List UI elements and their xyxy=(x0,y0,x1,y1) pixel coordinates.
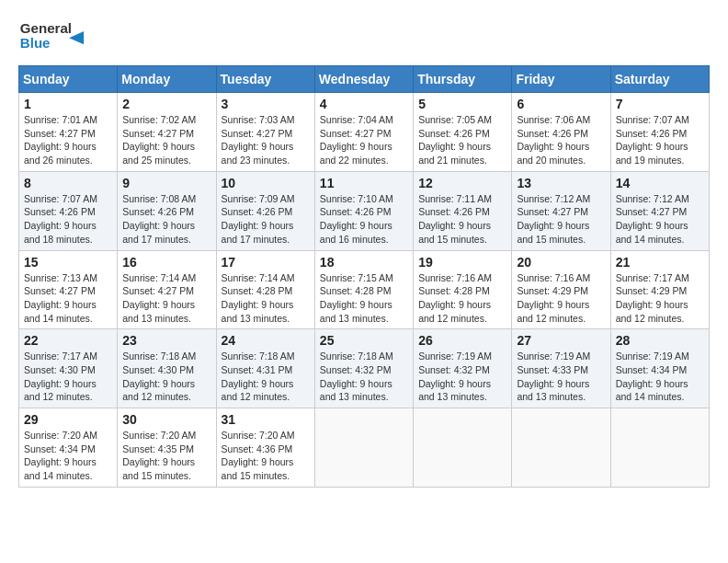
calendar-cell: 28 Sunrise: 7:19 AM Sunset: 4:34 PM Dayl… xyxy=(610,329,709,408)
calendar-cell: 31 Sunrise: 7:20 AM Sunset: 4:36 PM Dayl… xyxy=(216,408,314,488)
calendar-week-3: 15 Sunrise: 7:13 AM Sunset: 4:27 PM Dayl… xyxy=(19,250,710,329)
day-info: Sunrise: 7:02 AM Sunset: 4:27 PM Dayligh… xyxy=(122,114,196,166)
day-number: 28 xyxy=(616,333,704,348)
day-info: Sunrise: 7:04 AM Sunset: 4:27 PM Dayligh… xyxy=(320,114,393,166)
calendar-cell: 25 Sunrise: 7:18 AM Sunset: 4:32 PM Dayl… xyxy=(314,329,413,408)
calendar-cell: 16 Sunrise: 7:14 AM Sunset: 4:27 PM Dayl… xyxy=(118,250,216,329)
day-number: 1 xyxy=(24,97,112,111)
calendar-cell: 10 Sunrise: 7:09 AM Sunset: 4:26 PM Dayl… xyxy=(216,171,314,250)
weekday-header-sunday: Sunday xyxy=(19,66,118,93)
calendar-cell: 17 Sunrise: 7:14 AM Sunset: 4:28 PM Dayl… xyxy=(216,250,314,329)
day-number: 30 xyxy=(122,412,210,427)
day-info: Sunrise: 7:07 AM Sunset: 4:26 PM Dayligh… xyxy=(24,193,97,245)
calendar-cell: 18 Sunrise: 7:15 AM Sunset: 4:28 PM Dayl… xyxy=(314,250,413,329)
calendar-cell: 29 Sunrise: 7:20 AM Sunset: 4:34 PM Dayl… xyxy=(19,408,118,488)
day-number: 24 xyxy=(222,333,310,348)
svg-text:General: General xyxy=(20,20,72,36)
weekday-header-wednesday: Wednesday xyxy=(314,66,413,93)
calendar-cell: 27 Sunrise: 7:19 AM Sunset: 4:33 PM Dayl… xyxy=(512,329,610,408)
calendar-cell xyxy=(512,408,610,488)
day-number: 2 xyxy=(122,97,210,111)
day-number: 26 xyxy=(418,333,506,348)
calendar-cell: 2 Sunrise: 7:02 AM Sunset: 4:27 PM Dayli… xyxy=(118,93,216,172)
day-info: Sunrise: 7:20 AM Sunset: 4:34 PM Dayligh… xyxy=(24,430,97,481)
day-number: 23 xyxy=(122,333,210,348)
weekday-header-thursday: Thursday xyxy=(414,66,512,93)
day-number: 27 xyxy=(517,333,605,348)
day-info: Sunrise: 7:16 AM Sunset: 4:29 PM Dayligh… xyxy=(517,272,590,324)
day-info: Sunrise: 7:12 AM Sunset: 4:27 PM Dayligh… xyxy=(517,193,590,245)
calendar-table: SundayMondayTuesdayWednesdayThursdayFrid… xyxy=(18,65,710,488)
day-number: 4 xyxy=(320,97,408,111)
day-number: 13 xyxy=(517,176,605,190)
day-number: 16 xyxy=(122,255,210,270)
calendar-cell: 3 Sunrise: 7:03 AM Sunset: 4:27 PM Dayli… xyxy=(216,93,314,172)
day-number: 5 xyxy=(418,97,506,111)
calendar-cell: 5 Sunrise: 7:05 AM Sunset: 4:26 PM Dayli… xyxy=(414,93,512,172)
logo: General Blue xyxy=(18,15,92,56)
day-number: 17 xyxy=(222,255,310,270)
calendar-cell: 22 Sunrise: 7:17 AM Sunset: 4:30 PM Dayl… xyxy=(19,329,118,408)
day-number: 29 xyxy=(24,412,112,427)
day-number: 12 xyxy=(418,176,506,190)
calendar-cell: 23 Sunrise: 7:18 AM Sunset: 4:30 PM Dayl… xyxy=(118,329,216,408)
calendar-cell: 26 Sunrise: 7:19 AM Sunset: 4:32 PM Dayl… xyxy=(414,329,512,408)
calendar-cell: 4 Sunrise: 7:04 AM Sunset: 4:27 PM Dayli… xyxy=(314,93,413,172)
calendar-cell: 20 Sunrise: 7:16 AM Sunset: 4:29 PM Dayl… xyxy=(512,250,610,329)
day-number: 25 xyxy=(320,333,408,348)
day-info: Sunrise: 7:18 AM Sunset: 4:31 PM Dayligh… xyxy=(222,350,295,402)
calendar-cell xyxy=(314,408,413,488)
calendar-cell: 19 Sunrise: 7:16 AM Sunset: 4:28 PM Dayl… xyxy=(414,250,512,329)
calendar-cell: 7 Sunrise: 7:07 AM Sunset: 4:26 PM Dayli… xyxy=(610,93,709,172)
day-info: Sunrise: 7:07 AM Sunset: 4:26 PM Dayligh… xyxy=(616,114,689,166)
day-number: 7 xyxy=(616,97,704,111)
weekday-header-friday: Friday xyxy=(512,66,610,93)
day-info: Sunrise: 7:14 AM Sunset: 4:27 PM Dayligh… xyxy=(122,272,196,324)
day-number: 11 xyxy=(320,176,408,190)
day-number: 20 xyxy=(517,255,605,270)
day-number: 8 xyxy=(24,176,112,190)
calendar-cell: 14 Sunrise: 7:12 AM Sunset: 4:27 PM Dayl… xyxy=(610,171,709,250)
weekday-header-tuesday: Tuesday xyxy=(216,66,314,93)
svg-text:Blue: Blue xyxy=(20,35,51,51)
day-info: Sunrise: 7:19 AM Sunset: 4:33 PM Dayligh… xyxy=(517,350,590,402)
calendar-cell xyxy=(610,408,709,488)
day-info: Sunrise: 7:06 AM Sunset: 4:26 PM Dayligh… xyxy=(517,114,590,166)
day-number: 21 xyxy=(616,255,704,270)
day-info: Sunrise: 7:15 AM Sunset: 4:28 PM Dayligh… xyxy=(320,272,393,324)
day-number: 18 xyxy=(320,255,408,270)
day-number: 14 xyxy=(616,176,704,190)
day-info: Sunrise: 7:19 AM Sunset: 4:32 PM Dayligh… xyxy=(418,350,492,402)
day-number: 31 xyxy=(222,412,310,427)
day-info: Sunrise: 7:05 AM Sunset: 4:26 PM Dayligh… xyxy=(418,114,492,166)
calendar-cell: 1 Sunrise: 7:01 AM Sunset: 4:27 PM Dayli… xyxy=(19,93,118,172)
day-info: Sunrise: 7:01 AM Sunset: 4:27 PM Dayligh… xyxy=(24,114,97,166)
calendar-cell: 13 Sunrise: 7:12 AM Sunset: 4:27 PM Dayl… xyxy=(512,171,610,250)
day-info: Sunrise: 7:18 AM Sunset: 4:32 PM Dayligh… xyxy=(320,350,393,402)
calendar-cell: 6 Sunrise: 7:06 AM Sunset: 4:26 PM Dayli… xyxy=(512,93,610,172)
calendar-week-2: 8 Sunrise: 7:07 AM Sunset: 4:26 PM Dayli… xyxy=(19,171,710,250)
weekday-header-saturday: Saturday xyxy=(610,66,709,93)
day-info: Sunrise: 7:14 AM Sunset: 4:28 PM Dayligh… xyxy=(222,272,295,324)
day-info: Sunrise: 7:11 AM Sunset: 4:26 PM Dayligh… xyxy=(418,193,492,245)
day-number: 9 xyxy=(122,176,210,190)
calendar-cell: 21 Sunrise: 7:17 AM Sunset: 4:29 PM Dayl… xyxy=(610,250,709,329)
calendar-week-1: 1 Sunrise: 7:01 AM Sunset: 4:27 PM Dayli… xyxy=(19,93,710,172)
calendar-week-5: 29 Sunrise: 7:20 AM Sunset: 4:34 PM Dayl… xyxy=(19,408,710,488)
day-number: 3 xyxy=(222,97,310,111)
day-info: Sunrise: 7:03 AM Sunset: 4:27 PM Dayligh… xyxy=(222,114,295,166)
day-number: 15 xyxy=(24,255,112,270)
day-number: 19 xyxy=(418,255,506,270)
calendar-cell: 8 Sunrise: 7:07 AM Sunset: 4:26 PM Dayli… xyxy=(19,171,118,250)
calendar-cell: 11 Sunrise: 7:10 AM Sunset: 4:26 PM Dayl… xyxy=(314,171,413,250)
day-info: Sunrise: 7:13 AM Sunset: 4:27 PM Dayligh… xyxy=(24,272,97,324)
day-info: Sunrise: 7:08 AM Sunset: 4:26 PM Dayligh… xyxy=(122,193,196,245)
day-info: Sunrise: 7:20 AM Sunset: 4:35 PM Dayligh… xyxy=(122,430,196,481)
day-info: Sunrise: 7:20 AM Sunset: 4:36 PM Dayligh… xyxy=(222,430,295,481)
day-info: Sunrise: 7:17 AM Sunset: 4:30 PM Dayligh… xyxy=(24,350,97,402)
calendar-cell: 30 Sunrise: 7:20 AM Sunset: 4:35 PM Dayl… xyxy=(118,408,216,488)
calendar-cell: 12 Sunrise: 7:11 AM Sunset: 4:26 PM Dayl… xyxy=(414,171,512,250)
day-number: 10 xyxy=(222,176,310,190)
calendar-cell: 15 Sunrise: 7:13 AM Sunset: 4:27 PM Dayl… xyxy=(19,250,118,329)
day-info: Sunrise: 7:19 AM Sunset: 4:34 PM Dayligh… xyxy=(616,350,689,402)
